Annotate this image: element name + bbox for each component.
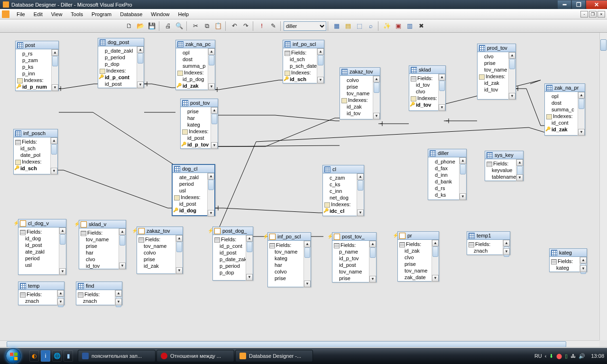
- list-item[interactable]: Fields:: [285, 49, 315, 56]
- table-prod_tov[interactable]: prod_tovclvoprisetov_nameIndexes:id_zaki…: [477, 44, 516, 100]
- scroll-up-icon[interactable]: ▲: [357, 173, 364, 180]
- menu-database[interactable]: Database: [116, 10, 147, 18]
- list-item[interactable]: har: [86, 249, 117, 256]
- table-header[interactable]: dog_cl: [173, 165, 214, 173]
- list-item[interactable]: Fields:: [20, 228, 57, 235]
- table-header[interactable]: zak_na_pc: [176, 40, 215, 48]
- minimize-button[interactable]: ━: [558, 0, 571, 9]
- table-header[interactable]: zakaz_tov: [137, 227, 183, 235]
- scroll-up-icon[interactable]: ▲: [246, 235, 253, 242]
- redo-icon[interactable]: ↷: [240, 21, 251, 31]
- mdi-minimize[interactable]: -: [580, 11, 588, 18]
- table-header[interactable]: post: [16, 41, 58, 49]
- list-item[interactable]: d_rs: [435, 185, 457, 191]
- list-item[interactable]: Fields:: [411, 75, 436, 82]
- scroll-up-icon[interactable]: ▲: [460, 157, 466, 164]
- field-list[interactable]: ate_zaklperioduslIndexes:id_postid_dog: [173, 173, 207, 217]
- table-header[interactable]: post_tov: [181, 99, 218, 107]
- list-item[interactable]: Indexes:: [324, 201, 355, 208]
- list-item[interactable]: id_post: [339, 262, 367, 268]
- cut-icon[interactable]: ✂: [190, 21, 201, 31]
- list-item[interactable]: id_tov: [484, 86, 506, 93]
- list-item[interactable]: p_sch_date: [290, 63, 315, 69]
- table-find[interactable]: findFields:znach▲▼: [76, 282, 122, 305]
- table-scrollbar[interactable]: ▲▼: [373, 76, 380, 119]
- tray-chevron-icon[interactable]: ‹: [545, 353, 547, 359]
- scroll-down-icon[interactable]: ▼: [119, 263, 126, 269]
- list-item[interactable]: colvo: [144, 249, 174, 256]
- list-item[interactable]: har: [275, 262, 302, 268]
- table-scrollbar[interactable]: ▲▼: [50, 137, 57, 174]
- table-sys_key[interactable]: sys_keyFields:keyvaluetablename▲▼: [485, 151, 524, 181]
- table-post_dog[interactable]: post_dog_Fields:id_p_contid_postp_date_z…: [212, 227, 253, 281]
- field-list[interactable]: Fields:id_schdate_polIndexes:id_sch: [14, 137, 50, 174]
- list-item[interactable]: d_bank: [435, 178, 457, 185]
- list-item[interactable]: Indexes:: [546, 113, 576, 119]
- field-list[interactable]: p_rsp_zamp_ksp_innIndexes:id_p_num: [16, 49, 51, 91]
- list-item[interactable]: Indexes:: [17, 77, 49, 83]
- scroll-down-icon[interactable]: ▼: [115, 299, 122, 305]
- table-scrollbar[interactable]: ▲▼: [246, 235, 253, 281]
- list-item[interactable]: id_zak: [347, 103, 371, 110]
- print-icon[interactable]: 🖨: [163, 21, 173, 31]
- field-list[interactable]: Fields:znach: [467, 240, 503, 255]
- table-scrollbar[interactable]: ▲▼: [208, 48, 215, 90]
- table-scrollbar[interactable]: ▲▼: [304, 241, 311, 287]
- field-list[interactable]: Fields:id_dogid_postate_zaklperiodusl: [18, 228, 59, 275]
- list-item[interactable]: id_zak: [405, 247, 430, 254]
- list-item[interactable]: Fields:: [78, 291, 113, 298]
- table-header[interactable]: dog_post: [98, 38, 144, 46]
- list-item[interactable]: id_cont: [552, 119, 576, 126]
- list-item[interactable]: opl: [183, 49, 206, 56]
- table-diller[interactable]: dillerd_phoned_faxd_innd_bankd_rsd_ks▲▼: [428, 149, 467, 200]
- field-list[interactable]: Fields:tov_namekategharcolvoprise: [268, 241, 304, 287]
- list-item[interactable]: znach: [474, 247, 501, 254]
- table-header[interactable]: find: [76, 282, 122, 290]
- scroll-up-icon[interactable]: ▲: [578, 92, 585, 99]
- table-header[interactable]: temp: [18, 282, 64, 290]
- list-item[interactable]: id_tov: [416, 101, 436, 108]
- ql-icon-2[interactable]: i: [41, 350, 50, 362]
- list-item[interactable]: colvo: [275, 268, 302, 275]
- list-item[interactable]: prise: [86, 243, 117, 249]
- list-item[interactable]: id_post: [179, 200, 205, 207]
- table-zakaz_tov[interactable]: zakaz_tovcolvoprisetov_nameIndexes:id_za…: [340, 67, 380, 119]
- wizard-icon[interactable]: ✨: [382, 21, 392, 31]
- database-combo[interactable]: diller: [284, 21, 326, 31]
- table-scrollbar[interactable]: ▲▼: [503, 240, 510, 255]
- list-item[interactable]: id_tov: [347, 110, 371, 117]
- scroll-up-icon[interactable]: ▲: [208, 173, 214, 180]
- list-item[interactable]: dost: [552, 100, 576, 106]
- field-list[interactable]: Fields:id_p_contid_postp_date_zakp_perio…: [213, 235, 246, 281]
- list-item[interactable]: prise: [405, 261, 430, 267]
- scroll-up-icon[interactable]: ▲: [317, 48, 324, 55]
- task-foxpro[interactable]: Database Designer -...: [235, 350, 313, 362]
- list-item[interactable]: keyvalue: [492, 167, 514, 173]
- canvas-vscroll[interactable]: [599, 33, 607, 340]
- tray-clock[interactable]: 13:08: [591, 353, 604, 359]
- scroll-up-icon[interactable]: ▲: [57, 290, 64, 297]
- list-item[interactable]: id_zak: [484, 80, 506, 86]
- scroll-down-icon[interactable]: ▼: [357, 209, 364, 216]
- scroll-up-icon[interactable]: ▲: [369, 241, 376, 247]
- tb7-icon[interactable]: ✖: [416, 21, 426, 31]
- tray-network-icon[interactable]: 🖧: [570, 353, 576, 359]
- table-header[interactable]: diller: [428, 149, 466, 157]
- list-item[interactable]: p_ks: [22, 64, 49, 70]
- list-item[interactable]: id_post: [25, 242, 57, 248]
- tb6-icon[interactable]: ▥: [405, 21, 415, 31]
- table-header[interactable]: cl: [323, 165, 364, 173]
- list-item[interactable]: Fields:: [269, 242, 302, 248]
- list-item[interactable]: dost: [183, 56, 206, 63]
- list-item[interactable]: id_dog: [25, 235, 57, 242]
- scroll-up-icon[interactable]: ▲: [51, 137, 57, 144]
- list-item[interactable]: id_sch: [20, 165, 48, 172]
- list-item[interactable]: p_rs: [22, 50, 49, 57]
- table-scrollbar[interactable]: ▲▼: [137, 46, 144, 88]
- task-word[interactable]: пояснительная зап...: [78, 350, 156, 362]
- table-scrollbar[interactable]: ▲▼: [459, 157, 466, 200]
- table-header[interactable]: zak_na_pr: [545, 84, 585, 92]
- list-item[interactable]: prise: [275, 275, 302, 282]
- list-item[interactable]: id_p_dog: [183, 76, 206, 82]
- list-item[interactable]: id_zak: [552, 126, 576, 133]
